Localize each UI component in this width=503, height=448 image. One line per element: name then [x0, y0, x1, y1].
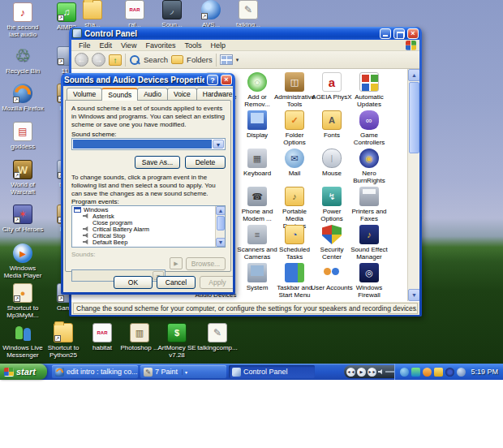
desktop-icon[interactable]: ArtMoney SE v7.28: [156, 323, 198, 359]
desktop-icon[interactable]: goddess: [2, 122, 44, 150]
control-panel-item[interactable]: Phone and Modem ...: [236, 187, 278, 222]
help-button[interactable]: ?: [207, 75, 218, 85]
dialog-close-button[interactable]: ×: [221, 75, 232, 85]
control-panel-item[interactable]: Game Controllers: [348, 110, 390, 146]
messenger-tray-icon[interactable]: [400, 368, 409, 377]
forward-button[interactable]: →: [92, 53, 105, 67]
control-panel-item[interactable]: Keyboard: [236, 149, 278, 177]
search-button[interactable]: Search: [144, 55, 168, 64]
desktop-icon[interactable]: AVS...: [190, 0, 232, 28]
play-button[interactable]: ▶: [357, 368, 366, 377]
desktop-icon[interactable]: Soun...: [151, 0, 193, 28]
network-tray-icon[interactable]: [411, 368, 420, 377]
back-button[interactable]: ←: [75, 53, 88, 67]
desktop-icon[interactable]: ral...: [114, 0, 156, 28]
mute-button[interactable]: [378, 369, 384, 375]
desktop-icon[interactable]: Shortcut to Python25: [42, 323, 84, 359]
safety-tray-icon[interactable]: [457, 368, 466, 377]
menu-view[interactable]: View: [117, 41, 140, 50]
events-scroll-up-button[interactable]: ▲: [216, 206, 226, 215]
dialog-titlebar[interactable]: Sounds and Audio Devices Properties ? ×: [63, 73, 233, 86]
up-button[interactable]: [109, 54, 122, 66]
bittorrent-tray-icon[interactable]: [445, 368, 454, 377]
tab-sounds[interactable]: Sounds: [101, 88, 138, 101]
minimize-button[interactable]: [380, 28, 391, 39]
control-panel-item[interactable]: Mouse: [311, 149, 353, 177]
sound-scheme-combobox[interactable]: ▼: [71, 138, 226, 150]
control-panel-item[interactable]: Administrative Tools: [273, 72, 316, 108]
control-panel-item[interactable]: User Accounts: [311, 263, 353, 291]
downloads-tray-icon[interactable]: [434, 368, 443, 377]
taskbar-window-button[interactable]: 7 Paint ▾: [140, 365, 226, 378]
scroll-down-button[interactable]: ▼: [408, 289, 419, 301]
control-panel-item[interactable]: Fonts: [311, 110, 353, 139]
menu-file[interactable]: File: [75, 41, 95, 50]
tab-audio[interactable]: Audio: [137, 88, 168, 100]
desktop-icon[interactable]: habitat: [81, 323, 123, 351]
group-dropdown-caret[interactable]: ▾: [182, 369, 187, 375]
control-panel-item[interactable]: Scanners and Cameras: [236, 225, 278, 261]
cancel-button[interactable]: Cancel: [157, 276, 196, 289]
tab-hardware[interactable]: Hardware: [196, 88, 233, 100]
control-panel-item[interactable]: Portable Media Devices: [273, 187, 316, 230]
control-panel-item[interactable]: Power Options: [311, 187, 353, 222]
folders-button[interactable]: Folders: [187, 55, 213, 64]
combo-dropdown-arrow-icon[interactable]: ▼: [213, 140, 224, 149]
control-panel-item[interactable]: Scheduled Tasks: [273, 225, 316, 261]
control-panel-item[interactable]: Display: [236, 110, 278, 139]
menu-help[interactable]: Help: [206, 41, 230, 50]
control-panel-item[interactable]: System: [236, 263, 278, 291]
desktop-icon[interactable]: Windows Media Player: [2, 243, 44, 279]
next-track-button[interactable]: ►►: [368, 368, 376, 377]
desktop-icon[interactable]: Photoshop ...: [118, 323, 161, 351]
volume-tray-icon[interactable]: [423, 368, 432, 377]
desktop-icon[interactable]: sha...: [71, 0, 114, 28]
desktop-icon[interactable]: talkingcomp...: [196, 323, 239, 351]
menu-edit[interactable]: Edit: [96, 41, 117, 50]
vertical-scrollbar[interactable]: ▲ ▼: [407, 69, 419, 301]
taskbar-window-button[interactable]: edit intro : talking co... ▾: [52, 365, 138, 378]
views-dropdown-caret[interactable]: ▾: [236, 57, 239, 63]
control-panel-item[interactable]: AGEIA PhysX: [311, 72, 353, 101]
control-panel-item[interactable]: Automatic Updates: [348, 72, 390, 108]
control-panel-item[interactable]: Windows Firewall: [348, 263, 390, 299]
tab-voice[interactable]: Voice: [167, 88, 197, 100]
program-events-list[interactable]: Windows Asterisk Close program: [71, 205, 226, 248]
desktop-icon[interactable]: Shortcut to Mp3MyM...: [2, 283, 44, 319]
control-panel-item[interactable]: Folder Options: [273, 110, 316, 146]
window-titlebar[interactable]: Control Panel ×: [71, 27, 419, 40]
control-panel-item[interactable]: Add or Remov...: [236, 72, 278, 108]
control-panel-item[interactable]: Taskbar and Start Menu: [273, 263, 316, 299]
desktop-icon[interactable]: City of Heroes: [2, 205, 44, 233]
taskbar-clock[interactable]: 5:19 PM: [471, 368, 498, 376]
desktop-icon[interactable]: Mozilla Firefox: [2, 84, 44, 112]
delete-button[interactable]: Delete: [185, 156, 226, 169]
ok-button[interactable]: OK: [114, 276, 153, 289]
control-panel-item[interactable]: Security Center: [311, 225, 353, 261]
desktop-icon[interactable]: Windows Live Messenger: [2, 323, 44, 359]
scroll-up-button[interactable]: ▲: [408, 69, 419, 81]
program-event-row[interactable]: Default Beep: [72, 239, 225, 245]
menu-favorites[interactable]: Favorites: [141, 41, 179, 50]
control-panel-item[interactable]: Printers and Faxes: [348, 187, 390, 222]
control-panel-item[interactable]: Nero BurnRights: [348, 149, 390, 184]
close-button[interactable]: ×: [407, 28, 419, 39]
menu-tools[interactable]: Tools: [180, 41, 205, 50]
control-panel-item[interactable]: Mail: [273, 149, 316, 177]
maximize-button[interactable]: [393, 28, 405, 39]
events-scroll-down-button[interactable]: ▼: [216, 238, 226, 247]
previous-track-button[interactable]: ◄◄: [346, 368, 355, 377]
desktop-icon[interactable]: Recycle Bin: [2, 46, 44, 75]
start-button[interactable]: start: [0, 364, 47, 380]
desktop-icon[interactable]: World of Warcraft: [2, 160, 44, 196]
tab-volume[interactable]: Volume: [67, 88, 102, 100]
views-icon[interactable]: [220, 54, 233, 65]
scrollbar-thumb[interactable]: [409, 82, 419, 153]
save-as-button[interactable]: Save As...: [135, 156, 180, 169]
desktop-icon[interactable]: the second last audio: [2, 2, 44, 38]
taskbar-window-button[interactable]: Control Panel ▾: [229, 365, 315, 378]
events-list-scrollbar[interactable]: ▲ ▼: [215, 206, 225, 247]
events-scrollbar-thumb[interactable]: [217, 216, 225, 230]
desktop-icon[interactable]: talking...: [227, 0, 269, 28]
control-panel-item[interactable]: Sound Effect Manager: [348, 225, 390, 261]
